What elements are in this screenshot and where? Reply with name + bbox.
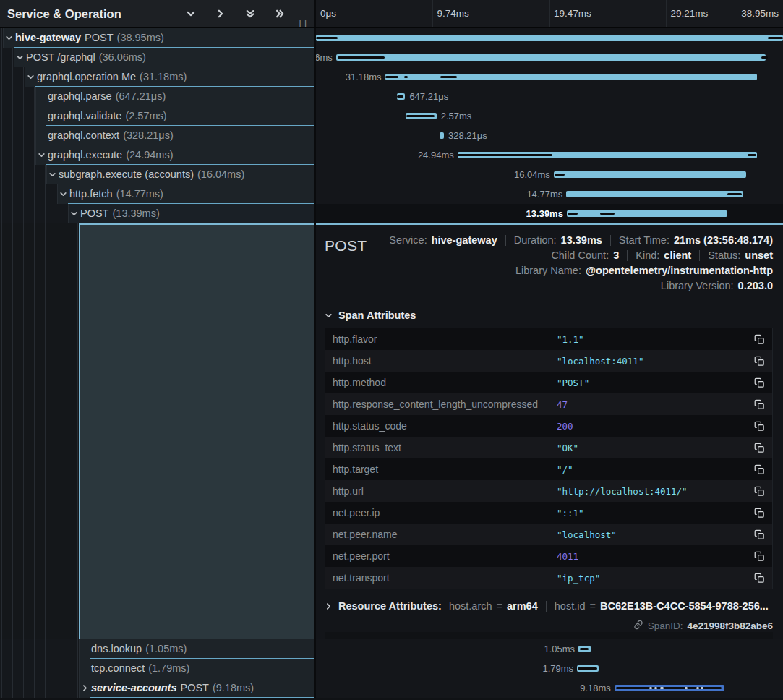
child-span-mark <box>685 687 687 689</box>
span-bar[interactable] <box>316 35 783 41</box>
chevron-down-icon[interactable] <box>25 67 35 87</box>
operation-name: POST <box>80 208 108 219</box>
span-rows-top: hive-gatewayPOST(38.95ms)POST /graphql(3… <box>0 28 783 223</box>
span-bar[interactable] <box>554 171 746 178</box>
chevron-down-icon[interactable] <box>46 165 57 184</box>
span-name-cell[interactable]: http.fetch(14.77ms) <box>0 184 314 204</box>
span-name-cell[interactable]: POST(13.39ms) <box>0 204 314 223</box>
span-name-cell[interactable]: graphql.context(328.21μs) <box>0 126 314 145</box>
chevron-spacer <box>79 639 90 659</box>
span-row[interactable]: graphql.validate(2.57ms)2.57ms <box>0 106 783 126</box>
attribute-key: http.response_content_length_uncompresse… <box>333 398 557 410</box>
timeline-cell: 36.06ms <box>316 48 783 67</box>
resource-attributes-row[interactable]: Resource Attributes: host.arch=arm64host… <box>325 600 773 612</box>
span-row[interactable]: service-accountsPOST(9.18ms)9.18ms <box>0 678 783 698</box>
chevron-down-icon[interactable] <box>35 145 46 165</box>
span-row[interactable]: graphql.parse(647.21μs)647.21μs <box>0 87 783 106</box>
resource-key: host.id <box>555 600 586 612</box>
span-name-line: graphql.parse(647.21μs) <box>46 87 314 106</box>
copy-icon[interactable] <box>754 334 765 345</box>
span-bar[interactable] <box>440 132 444 139</box>
column-resize-handle[interactable]: || <box>298 18 309 27</box>
span-name-cell[interactable]: dns.lookup(1.05ms) <box>0 639 314 659</box>
duration-text: (328.21μs) <box>123 129 174 141</box>
span-name-cell[interactable]: service-accountsPOST(9.18ms) <box>0 678 314 698</box>
span-bar[interactable] <box>566 191 743 197</box>
expand-all-icon[interactable] <box>275 9 285 19</box>
indent-guides <box>0 204 68 223</box>
span-row[interactable]: subgraph.execute (accounts)(16.04ms)16.0… <box>0 165 783 184</box>
meta-value: hive-gateway <box>432 234 497 246</box>
critical-path-segment <box>397 95 403 98</box>
copy-icon[interactable] <box>754 529 765 540</box>
meta-label: Service: <box>389 234 427 246</box>
span-row[interactable]: graphql.operation Me(31.18ms)31.18ms <box>0 67 783 87</box>
copy-icon[interactable] <box>754 421 765 432</box>
span-name-cell[interactable]: tcp.connect(1.79ms) <box>0 659 314 678</box>
span-name-cell[interactable]: graphql.parse(647.21μs) <box>0 87 314 106</box>
span-name-cell[interactable]: subgraph.execute (accounts)(16.04ms) <box>0 165 314 184</box>
copy-icon[interactable] <box>754 486 765 497</box>
span-name-cell[interactable]: graphql.execute(24.94ms) <box>0 145 314 165</box>
span-duration-label: 2.57ms <box>441 111 472 121</box>
span-row[interactable]: graphql.execute(24.94ms)24.94ms <box>0 145 783 165</box>
critical-path-segment <box>761 56 769 59</box>
span-row[interactable]: tcp.connect(1.79ms)1.79ms <box>0 659 783 678</box>
span-name-line: subgraph.execute (accounts)(16.04ms) <box>57 165 314 184</box>
copy-icon[interactable] <box>754 573 765 584</box>
span-row[interactable]: POST /graphql(36.06ms)36.06ms <box>0 48 783 67</box>
span-bar[interactable] <box>567 210 727 217</box>
chevron-down-icon[interactable] <box>57 184 68 204</box>
copy-icon[interactable] <box>754 464 765 475</box>
span-bar[interactable] <box>336 54 766 61</box>
critical-path-segment <box>616 687 722 689</box>
chevron-down-icon[interactable] <box>14 48 25 67</box>
duration-text: (647.21μs) <box>116 90 166 102</box>
span-name-cell[interactable]: graphql.operation Me(31.18ms) <box>0 67 314 87</box>
copy-icon[interactable] <box>754 377 765 388</box>
span-name-line: graphql.execute(24.94ms) <box>46 145 314 165</box>
copy-icon[interactable] <box>754 399 765 410</box>
child-span-mark <box>660 687 664 689</box>
critical-path-segment <box>727 193 742 195</box>
attribute-value: "::1" <box>557 508 754 518</box>
copy-icon[interactable] <box>754 551 765 562</box>
chevron-down-icon[interactable] <box>68 204 79 223</box>
span-name-cell[interactable]: hive-gatewayPOST(38.95ms) <box>0 28 314 48</box>
indent-guides <box>0 659 79 678</box>
attribute-value: "OK" <box>557 443 754 453</box>
critical-path-segment <box>316 37 338 39</box>
attribute-value: 4011 <box>557 551 754 562</box>
resource-attributes-title: Resource Attributes: <box>338 600 442 612</box>
span-name-cell[interactable]: POST /graphql(36.06ms) <box>0 48 314 67</box>
copy-icon[interactable] <box>754 356 765 367</box>
expand-one-icon[interactable] <box>215 9 226 19</box>
span-row[interactable]: POST(13.39ms)13.39ms <box>0 204 783 223</box>
attribute-row: http.method"POST" <box>325 372 772 393</box>
span-duration-label: 9.18ms <box>580 683 611 693</box>
trace-viewer: Service & Operation || 0μs9.74ms19.47ms2… <box>0 0 783 700</box>
copy-icon[interactable] <box>754 508 765 518</box>
attribute-row: net.peer.port4011 <box>325 545 772 567</box>
span-row[interactable]: hive-gatewayPOST(38.95ms) <box>0 28 783 48</box>
chevron-right-icon[interactable] <box>79 678 90 698</box>
collapse-one-icon[interactable] <box>186 9 196 19</box>
child-span-mark <box>654 687 656 689</box>
resource-value: arm64 <box>507 600 538 612</box>
link-icon[interactable] <box>633 620 643 632</box>
operation-name: POST /graphql <box>26 51 95 63</box>
span-name-line: service-accountsPOST(9.18ms) <box>90 678 314 698</box>
timeline-cell: 2.57ms <box>316 106 783 126</box>
meta-divider <box>610 235 611 246</box>
span-name-line: tcp.connect(1.79ms) <box>90 659 314 678</box>
copy-icon[interactable] <box>754 443 765 453</box>
collapse-all-icon[interactable] <box>245 9 255 19</box>
span-row[interactable]: http.fetch(14.77ms)14.77ms <box>0 184 783 204</box>
span-row[interactable]: dns.lookup(1.05ms)1.05ms <box>0 639 783 659</box>
chevron-down-icon <box>325 312 333 320</box>
span-attributes-header[interactable]: Span Attributes <box>325 310 773 321</box>
span-name-cell[interactable]: graphql.validate(2.57ms) <box>0 106 314 126</box>
chevron-down-icon[interactable] <box>3 28 14 48</box>
operation-name: graphql.operation Me <box>37 71 136 82</box>
span-row[interactable]: graphql.context(328.21μs)328.21μs <box>0 126 783 145</box>
